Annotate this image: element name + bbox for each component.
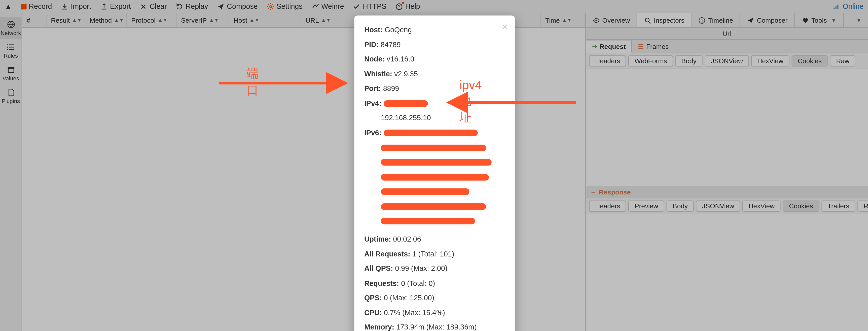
modal-ipv6: IPv6: <box>364 127 505 138</box>
modal-ipv4-2: 192.168.255.10 <box>381 112 505 123</box>
modal-mem: Memory: 173.94m (Max: 189.36m) <box>364 322 505 331</box>
modal-host: Host: GoQeng <box>364 24 505 35</box>
modal-allreq: All Requests: 1 (Total: 101) <box>364 248 505 259</box>
modal-qps: QPS: 0 (Max: 125.00) <box>364 293 505 303</box>
redacted-ipv4-1 <box>383 100 428 107</box>
redacted-row <box>381 215 505 226</box>
modal-uptime: Uptime: 00:02:06 <box>364 234 505 245</box>
close-button[interactable]: × <box>502 21 508 32</box>
modal-pid: PID: 84789 <box>364 39 505 50</box>
modal-allqps: All QPS: 0.99 (Max: 2.00) <box>364 263 505 274</box>
redacted-ipv6-1 <box>383 130 477 136</box>
app-root: ▲ Record Import Export Clear Replay Comp… <box>0 0 868 331</box>
redacted-row <box>381 201 505 211</box>
redacted-row <box>381 171 505 182</box>
modal-whistle: Whistle: v2.9.35 <box>364 68 505 79</box>
modal-cpu: CPU: 0.7% (Max: 15.4%) <box>364 307 505 318</box>
about-modal: × Host: GoQeng PID: 84789 Node: v16.16.0… <box>354 16 515 331</box>
redacted-row <box>381 186 505 197</box>
modal-ipv4: IPv4: <box>364 98 505 109</box>
modal-req: Requests: 0 (Total: 0) <box>364 278 505 289</box>
redacted-row <box>381 156 505 167</box>
modal-node: Node: v16.16.0 <box>364 54 505 64</box>
modal-port: Port: 8899 <box>364 83 505 94</box>
redacted-row <box>381 142 505 153</box>
